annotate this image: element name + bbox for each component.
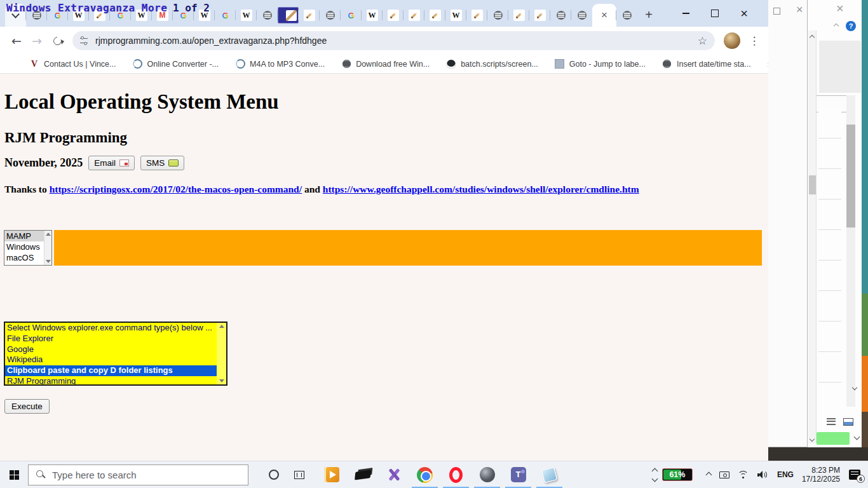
chrome-taskbar-button[interactable] <box>409 461 440 488</box>
site-info-icon[interactable] <box>80 38 88 43</box>
profile-avatar[interactable] <box>724 32 740 49</box>
email-button[interactable]: Email <box>88 156 135 170</box>
command-listbox-scrollbar[interactable] <box>217 323 226 384</box>
volume-icon <box>757 470 769 480</box>
panel-scrollbar-thumb[interactable] <box>846 125 855 227</box>
command-option[interactable]: Wikipedia <box>5 355 217 365</box>
bookmark-item[interactable]: Goto - Jump to labe... <box>555 59 646 69</box>
tab[interactable] <box>466 4 487 27</box>
visual-studio-taskbar-button[interactable] <box>378 461 409 488</box>
command-listbox[interactable]: Select Windows explorer.exe command type… <box>4 322 227 386</box>
tab[interactable] <box>236 4 257 27</box>
reload-button[interactable] <box>47 30 67 51</box>
bookmark-item[interactable]: Download free Win... <box>341 59 430 69</box>
bookmark-item[interactable]: Insert date/time sta... <box>662 59 751 69</box>
browser-menu-icon[interactable]: ⋮ <box>747 34 762 48</box>
tab[interactable] <box>383 4 403 27</box>
back-button[interactable]: ← <box>6 30 27 51</box>
list-view-icon[interactable] <box>827 418 836 426</box>
blue-app-taskbar-button[interactable] <box>534 461 565 488</box>
cast-icon <box>719 471 729 478</box>
search-input[interactable] <box>52 470 230 480</box>
window-scrollbar-thumb[interactable] <box>809 175 816 194</box>
black-box-taskbar-button[interactable] <box>347 461 378 488</box>
taskbar-search[interactable] <box>28 464 248 485</box>
bookmark-label: batch.scripts/screen... <box>461 60 538 69</box>
command-option[interactable]: Select Windows explorer.exe command type… <box>5 323 217 334</box>
tab[interactable] <box>529 4 550 27</box>
os-option[interactable]: Windows <box>4 241 44 252</box>
command-option[interactable]: Clipboard paste and copy D folder listin… <box>5 365 217 376</box>
tab[interactable] <box>341 4 362 27</box>
bookmark-item[interactable]: Online Converter -... <box>132 59 219 69</box>
tab[interactable] <box>215 4 236 27</box>
command-option[interactable]: RJM Programming <box>5 376 217 386</box>
bookmark-item[interactable]: M4A to MP3 Conve... <box>235 59 325 69</box>
tab[interactable] <box>362 4 383 27</box>
bookmark-star-icon[interactable]: ☆ <box>698 34 707 48</box>
os-option[interactable]: MAMP <box>4 231 44 241</box>
execute-button[interactable]: Execute <box>4 399 50 414</box>
scroll-down-icon[interactable] <box>46 260 51 263</box>
active-tab[interactable] <box>592 4 616 27</box>
bookmark-item[interactable]: batch.scripts/screen... <box>446 59 538 69</box>
task-view-button[interactable] <box>287 471 312 479</box>
address-bar[interactable]: rjmprogramming.com.au/open_extravaganza.… <box>72 31 715 50</box>
background-window-close-icon[interactable]: × <box>836 1 844 16</box>
help-button[interactable]: ? <box>846 21 856 31</box>
volume-button[interactable] <box>757 470 769 480</box>
macos-open-command-link[interactable]: https://scriptingosx.com/2017/02/the-mac… <box>50 184 302 194</box>
tab[interactable] <box>550 4 571 27</box>
dark-app-taskbar-button[interactable] <box>471 461 503 488</box>
tab[interactable] <box>320 4 341 27</box>
forward-button[interactable]: → <box>27 30 47 51</box>
tab[interactable] <box>616 4 637 27</box>
clock[interactable]: 8:23 PM 17/12/2025 <box>802 466 840 484</box>
teams-taskbar-button[interactable] <box>503 461 534 488</box>
search-icon <box>36 470 46 480</box>
maximize-button[interactable] <box>700 3 729 24</box>
notification-center-button[interactable]: 6 <box>849 470 860 480</box>
os-listbox[interactable]: MAMPWindowsmacOS <box>4 230 52 266</box>
image-preview-icon[interactable] <box>843 418 853 426</box>
battery-widget[interactable]: 61% <box>662 468 693 481</box>
tab[interactable] <box>299 4 320 27</box>
scroll-up-icon[interactable] <box>219 325 224 328</box>
globe-icon <box>576 10 588 21</box>
explorer-cmdline-link[interactable]: https://www.geoffchappell.com/studies/wi… <box>323 184 639 194</box>
media-player-taskbar-button[interactable] <box>316 461 347 488</box>
restore-icon[interactable] <box>773 8 780 15</box>
cast-button[interactable] <box>719 471 729 478</box>
os-option[interactable]: macOS <box>4 252 44 263</box>
close-button[interactable] <box>729 3 759 24</box>
cortana-button[interactable] <box>261 470 287 480</box>
tab[interactable] <box>403 4 424 27</box>
bookmark-item[interactable]: Contact Us | Vince... <box>29 59 116 69</box>
tab[interactable] <box>278 4 299 27</box>
tray-scroll-chevrons[interactable] <box>653 469 657 481</box>
tab-close-icon[interactable] <box>599 10 610 21</box>
command-option[interactable]: File Explorer <box>5 334 217 344</box>
scroll-up-icon[interactable] <box>46 233 51 236</box>
ring-icon <box>235 59 245 69</box>
tab[interactable] <box>571 4 592 27</box>
tab[interactable] <box>508 4 529 27</box>
scroll-down-icon[interactable] <box>219 379 224 383</box>
new-tab-button[interactable]: + <box>640 6 658 24</box>
globe-icon <box>492 10 504 21</box>
foreground-window-close-icon[interactable]: × <box>796 3 803 17</box>
start-button[interactable] <box>0 461 28 488</box>
window-scrollbar-track[interactable] <box>808 30 817 444</box>
opera-taskbar-button[interactable] <box>440 461 471 488</box>
tab[interactable] <box>424 4 445 27</box>
minimize-button[interactable] <box>671 3 700 24</box>
hidden-icons-button[interactable] <box>707 473 711 477</box>
language-indicator[interactable]: ENG <box>777 470 794 479</box>
sms-button[interactable]: SMS <box>140 156 184 170</box>
os-listbox-scrollbar[interactable] <box>44 231 51 265</box>
tab[interactable] <box>445 4 466 27</box>
wifi-button[interactable] <box>738 471 749 479</box>
command-option[interactable]: Google <box>5 344 217 355</box>
tab[interactable] <box>257 4 278 27</box>
tab[interactable] <box>487 4 508 27</box>
